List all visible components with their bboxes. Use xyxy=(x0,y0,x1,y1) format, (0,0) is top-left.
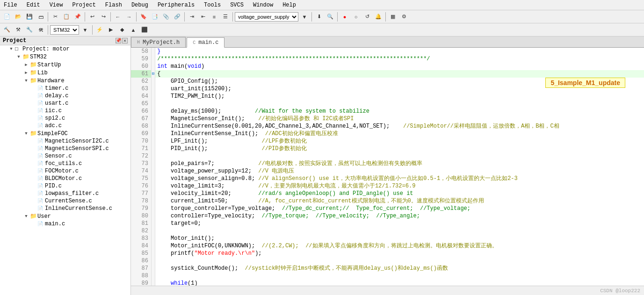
tree-currentsense[interactable]: 📄 CurrentSense.c xyxy=(0,197,130,205)
toggle-stm32[interactable]: ▼ xyxy=(15,55,22,59)
tree-startup[interactable]: ▶ 📁 StartUp xyxy=(0,61,130,69)
target-select-btn[interactable]: ▼ xyxy=(80,25,90,35)
line-content[interactable]: voltage_limit=3; //V，主要为限制电机最大电流，最大值需小于1… xyxy=(155,182,644,190)
menu-peripherals[interactable]: Peripherals xyxy=(156,2,196,8)
stop-btn[interactable]: ○ xyxy=(351,12,361,22)
nav-fwd-btn[interactable]: → xyxy=(124,12,134,22)
line-content[interactable]: controller=Type_velocity; //Type_torque;… xyxy=(155,212,644,220)
paste-btn[interactable]: 📌 xyxy=(72,12,83,22)
build3-btn[interactable]: 🔧 xyxy=(24,25,35,35)
line-content[interactable]: delay_ms(1000); //Wait for the system to… xyxy=(155,108,644,115)
toggle-simplefoc[interactable]: ▼ xyxy=(22,131,30,136)
bookmark-btn[interactable]: 🔖 xyxy=(138,12,149,22)
tool3-btn[interactable]: ◆ xyxy=(117,25,127,35)
line-content[interactable]: while(1) xyxy=(155,280,644,286)
line-content[interactable]: voltage_sensor_align=0.8; //V alignSenso… xyxy=(155,175,644,182)
build2-btn[interactable]: ⚒ xyxy=(13,25,23,35)
cut-btn[interactable]: ✂ xyxy=(50,12,60,22)
tree-pid[interactable]: 📄 PID.c xyxy=(0,182,130,190)
tree-user[interactable]: ▼ 📁 User xyxy=(0,212,130,220)
menu-svcs[interactable]: SVCS xyxy=(228,2,246,8)
tree-focmotor[interactable]: 📄 FOCMotor.c xyxy=(0,167,130,175)
line-content[interactable]: MagneticSensor_Init(); //初始化编码器参数 和 I2C或… xyxy=(155,115,644,122)
toggle-hardware[interactable]: ▼ xyxy=(22,79,30,83)
settings-btn[interactable]: ⚙ xyxy=(399,12,409,22)
build4-btn[interactable]: 🛠 xyxy=(36,25,46,35)
tree-lpf[interactable]: 📄 lowpass_filter.c xyxy=(0,190,130,197)
tree-iic[interactable]: 📄 iic.c xyxy=(0,107,130,115)
tab-main[interactable]: C main.c xyxy=(187,37,224,48)
menu-project[interactable]: Project xyxy=(70,2,97,8)
project-select[interactable]: voltage_power_supply xyxy=(235,12,298,22)
toggle-lib[interactable]: ▶ xyxy=(22,70,30,75)
line-content[interactable]: PID_init(); //PID参数初始化 xyxy=(155,145,644,152)
line-content[interactable] xyxy=(155,227,644,235)
save-all-btn[interactable]: 🗃 xyxy=(36,12,46,22)
tree-hardware[interactable]: ▼ 📁 Hardware xyxy=(0,77,130,85)
line-content[interactable]: pole_pairs=7; //电机极对数，按照实际设置，虽然可以上电检测但有失… xyxy=(155,160,644,167)
line-content[interactable] xyxy=(155,152,644,160)
code-editor[interactable]: 5_Isample_M1_update 58 } 59 /***********… xyxy=(131,48,644,286)
load-btn[interactable]: ⬇ xyxy=(314,12,324,22)
line-content[interactable]: /***************************************… xyxy=(155,55,644,63)
tree-focutils[interactable]: 📄 foc_utils.c xyxy=(0,160,130,167)
line-content[interactable]: voltage_power_supply=12; //V 电源电压 xyxy=(155,167,644,175)
toggle-root[interactable]: ▼ xyxy=(7,47,15,51)
reset-btn[interactable]: ↺ xyxy=(362,12,372,22)
nav-back-btn[interactable]: ← xyxy=(113,12,123,22)
line-content[interactable]: int main(void) xyxy=(155,63,644,70)
tree-simplefoc[interactable]: ▼ 📁 SimpleFOC xyxy=(0,130,130,137)
line-content[interactable]: InlineCurrentSense_Init(); //ADC初始化和偏置电压… xyxy=(155,130,644,137)
sidebar-pin-btn[interactable]: 📌 xyxy=(116,38,121,43)
line-content[interactable]: Motor_initFOC(0,UNKNOWN); //(2.2,CW); //… xyxy=(155,242,644,250)
tree-stm32[interactable]: ▼ 📁 STM32 xyxy=(0,53,130,61)
line-content[interactable] xyxy=(155,272,644,280)
copy-btn[interactable]: 📋 xyxy=(61,12,72,22)
menu-edit[interactable]: Edit xyxy=(25,2,42,8)
line-content[interactable]: } xyxy=(155,48,644,55)
target-dropdown-btn[interactable]: ▼ xyxy=(299,12,310,22)
menu-view[interactable]: View xyxy=(48,2,65,8)
line-content[interactable]: systick_CountMode(); //systick时钟开启1ms中断模… xyxy=(155,265,644,272)
toggle-startup[interactable]: ▶ xyxy=(22,62,30,67)
menu-window[interactable]: Window xyxy=(251,2,275,8)
bookmark4-btn[interactable]: 🔗 xyxy=(172,12,182,22)
tree-bldc[interactable]: 📄 BLDCMotor.c xyxy=(0,175,130,182)
tree-root[interactable]: ▼ □ Project: motor xyxy=(0,45,130,53)
view-btn[interactable]: ▦ xyxy=(388,12,398,22)
tool1-btn[interactable]: ⚡ xyxy=(94,25,105,35)
bookmark2-btn[interactable]: 📑 xyxy=(150,12,160,22)
line-content[interactable]: velocity_limit=20; //rad/s angleOpenloop… xyxy=(155,190,644,197)
tab-myproject[interactable]: H MyProject.h xyxy=(131,37,186,47)
menu-help[interactable]: Help xyxy=(281,2,298,8)
target-select[interactable]: STM32 xyxy=(50,25,79,35)
line-content[interactable] xyxy=(155,100,644,108)
menu-debug[interactable]: Debug xyxy=(130,2,150,8)
tree-lib[interactable]: ▶ 📁 Lib xyxy=(0,69,130,77)
line-content[interactable]: InlineCurrentSense(0.001,20,ADC_Channel_… xyxy=(155,122,644,130)
tree-adc[interactable]: 📄 adc.c xyxy=(0,122,130,130)
sidebar-close-btn[interactable]: ✕ xyxy=(122,38,128,43)
unindent-btn[interactable]: ⇤ xyxy=(198,12,208,22)
menu-file[interactable]: File xyxy=(2,2,19,8)
tool2-btn[interactable]: ▶ xyxy=(106,25,116,35)
tree-sensor[interactable]: 📄 Sensor.c xyxy=(0,152,130,160)
tree-usart[interactable]: 📄 usart.c xyxy=(0,100,130,107)
tree-mag-i2c[interactable]: 📄 MagneticSensorI2C.c xyxy=(0,137,130,145)
tree-inlinecurrentsense[interactable]: 📄 InlineCurrentSense.c xyxy=(0,205,130,212)
tool4-btn[interactable]: ▲ xyxy=(128,25,138,35)
tree-main[interactable]: 📄 main.c xyxy=(0,220,130,228)
line-content[interactable]: printf("Motor ready.\r\n"); xyxy=(155,250,644,257)
format2-btn[interactable]: ☰ xyxy=(220,12,231,22)
tree-timer[interactable]: 📄 timer.c xyxy=(0,85,130,92)
step-btn[interactable]: 🔔 xyxy=(373,12,384,22)
undo-btn[interactable]: ↩ xyxy=(87,12,97,22)
line-content[interactable] xyxy=(155,257,644,265)
tree-mag-spi[interactable]: 📄 MagneticSensorSPI.c xyxy=(0,145,130,152)
tool5-btn[interactable]: ⬛ xyxy=(139,25,150,35)
line-content[interactable]: target=0; xyxy=(155,220,644,227)
indent-btn[interactable]: ⇥ xyxy=(187,12,197,22)
build-btn[interactable]: 🔨 xyxy=(2,25,12,35)
menu-tools[interactable]: Tools xyxy=(202,2,223,8)
open-file-btn[interactable]: 📂 xyxy=(13,12,23,22)
